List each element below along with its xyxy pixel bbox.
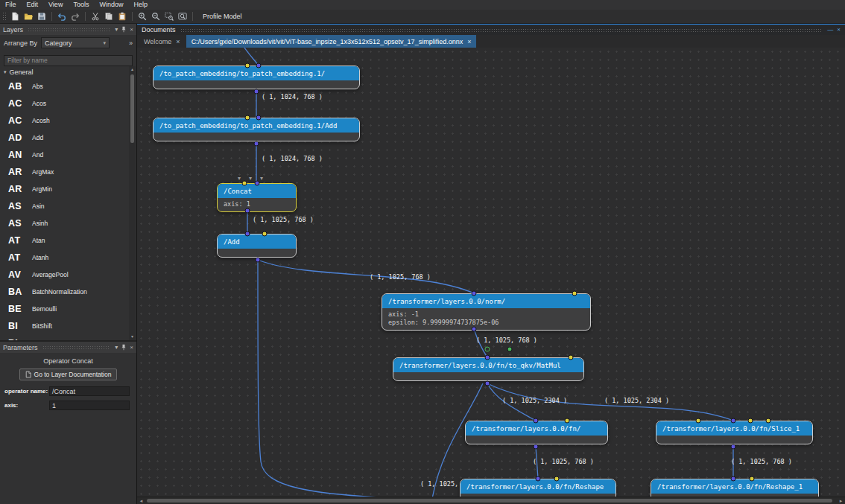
zoom-selection-button[interactable] [162,10,176,23]
layer-item-batchnormalization[interactable]: BABatchNormalization [0,283,136,300]
menu-window[interactable]: Window [94,0,128,10]
hscroll-track[interactable] [145,497,837,504]
new-file-button[interactable] [8,10,22,23]
layer-item-acos[interactable]: ACAcos [0,95,136,112]
port-dot-yellow[interactable] [245,115,250,121]
close-icon[interactable]: × [130,26,133,34]
menu-edit[interactable]: Edit [22,0,44,10]
hscroll-thumb[interactable] [147,499,832,503]
collapsed-input-icon[interactable]: ▾ [260,175,263,182]
window-menu-icon[interactable]: ▾ [115,344,118,351]
graph-node-to-qkv-matmul[interactable]: /transformer/layers.0.0/fn/to_qkv/MatMul [393,357,584,381]
tab-close-icon[interactable]: × [176,38,180,45]
port-dot-purple[interactable] [472,291,477,296]
graph-node-fn-reshape-1[interactable]: /transformer/layers.0.0/fn/Reshape_1 [651,479,819,497]
graph-node-concat[interactable]: /Concataxis: 1 [217,183,297,212]
close-icon[interactable]: × [837,26,841,34]
copy-button[interactable] [102,10,115,23]
close-icon[interactable]: × [130,344,133,351]
layer-item-argmin[interactable]: ARArgMin [0,180,136,197]
port-dot-purple[interactable] [485,381,490,386]
port-dot-purple[interactable] [731,476,736,482]
graph-canvas[interactable]: ( 1, 1024, 768 )( 1, 1024, 768 )( 1, 102… [137,48,845,497]
layer-item-argmax[interactable]: ARArgMax [0,163,136,180]
port-dot-green[interactable] [507,347,513,352]
scroll-up-icon[interactable]: ▴ [129,66,136,73]
port-dot-purple[interactable] [256,63,262,68]
port-dot-yellow[interactable] [565,418,570,424]
port-dot-purple[interactable] [254,89,259,95]
port-dot-purple[interactable] [245,232,250,237]
zoom-fit-button[interactable] [176,10,189,23]
layers-scrollbar-thumb[interactable] [130,74,134,143]
port-dot-purple[interactable] [731,444,736,450]
port-dot-purple[interactable] [731,418,736,424]
port-dot-yellow[interactable] [262,232,268,237]
graph-node-fn[interactable]: /transformer/layers.0.0/fn/ [465,421,608,444]
parameters-panel-header[interactable]: Parameters ▾× [0,342,136,353]
port-dot-purple[interactable] [255,181,260,186]
menu-help[interactable]: Help [128,0,153,10]
tree-expander-icon[interactable]: ▾ [4,69,7,75]
scroll-left-icon[interactable]: ◂ [137,497,145,504]
port-dot-purple[interactable] [245,208,250,214]
layer-item-asin[interactable]: ASAsin [0,197,136,214]
port-dot-yellow[interactable] [748,418,753,424]
panel-overflow-button[interactable]: » [129,39,133,47]
graph-node-norm[interactable]: /transformer/layers.0.0/norm/axis: -1eps… [382,293,591,331]
port-dot-purple[interactable] [536,476,541,482]
save-button[interactable] [35,10,48,23]
float-icon[interactable]: — [827,26,833,34]
menu-view[interactable]: View [43,0,68,10]
layers-scrollbar[interactable]: ▴ ▾ [129,66,136,340]
port-dot-yellow[interactable] [572,291,577,296]
tab-welcome[interactable]: Welcome× [139,35,186,48]
layers-panel-header[interactable]: Layers ▾× [0,24,136,35]
filter-input[interactable] [4,55,133,66]
parameter-value[interactable]: 1 [49,401,130,410]
tab-close-icon[interactable]: × [467,38,471,45]
undo-button[interactable] [55,10,69,23]
port-dot-purple[interactable] [256,258,261,263]
port-dot-purple[interactable] [254,141,259,147]
layer-item-add[interactable]: ADAdd [0,129,136,146]
cut-button[interactable] [89,10,102,23]
layer-item-atanh[interactable]: ATAtanh [0,249,136,266]
open-folder-button[interactable] [22,10,35,23]
scroll-right-icon[interactable]: ▸ [837,497,845,504]
graph-node-to-patch-embedding-1[interactable]: /to_patch_embedding/to_patch_embedding.1… [153,66,360,89]
menu-tools[interactable]: Tools [68,0,94,10]
zoom-out-button[interactable] [149,10,162,23]
port-dot-yellow[interactable] [696,418,701,424]
layer-item-bernoulli[interactable]: BEBernoulli [0,300,136,317]
layer-item-abs[interactable]: ABAbs [0,77,136,95]
port-dot-yellow[interactable] [554,476,560,482]
zoom-in-button[interactable] [136,10,149,23]
collapsed-input-icon[interactable]: ▾ [249,175,252,182]
port-dot-yellow[interactable] [569,355,574,360]
layer-item-asinh[interactable]: ASAsinh [0,214,136,232]
port-dot-purple[interactable] [534,444,539,450]
documents-panel-header[interactable]: Documents —× [137,24,845,35]
layer-item-and[interactable]: ANAnd [0,146,136,163]
layer-item-acosh[interactable]: ACAcosh [0,112,136,129]
pin-icon[interactable] [121,344,127,351]
graph-edge[interactable] [258,260,474,293]
profile-model-button[interactable]: Profile Model [197,12,247,21]
tree-group-general[interactable]: ▾ General [0,66,136,77]
port-dot-purple[interactable] [534,418,539,424]
port-dot-yellow[interactable] [245,63,250,68]
arrange-by-dropdown[interactable]: Category ▾ [41,37,110,48]
port-dot-green-hollow[interactable] [485,347,490,352]
graph-node-fn-slice-1[interactable]: /transformer/layers.0.0/fn/Slice_1 [656,421,813,444]
port-dot-purple[interactable] [472,327,477,332]
port-dot-purple[interactable] [256,115,262,121]
tab-model[interactable]: C:/Users/gxie/Downloads/vit/vit/ViT-base… [186,35,477,48]
menu-file[interactable]: File [0,0,22,10]
graph-node-to-patch-embedding-1-add[interactable]: /to_patch_embedding/to_patch_embedding.1… [153,118,360,141]
scroll-down-icon[interactable]: ▾ [129,334,136,340]
parameter-value[interactable]: /Concat [49,386,130,396]
paste-button[interactable] [115,10,129,23]
layer-item-bitshift[interactable]: BIBitShift [0,317,136,334]
window-menu-icon[interactable]: ▾ [115,26,118,34]
